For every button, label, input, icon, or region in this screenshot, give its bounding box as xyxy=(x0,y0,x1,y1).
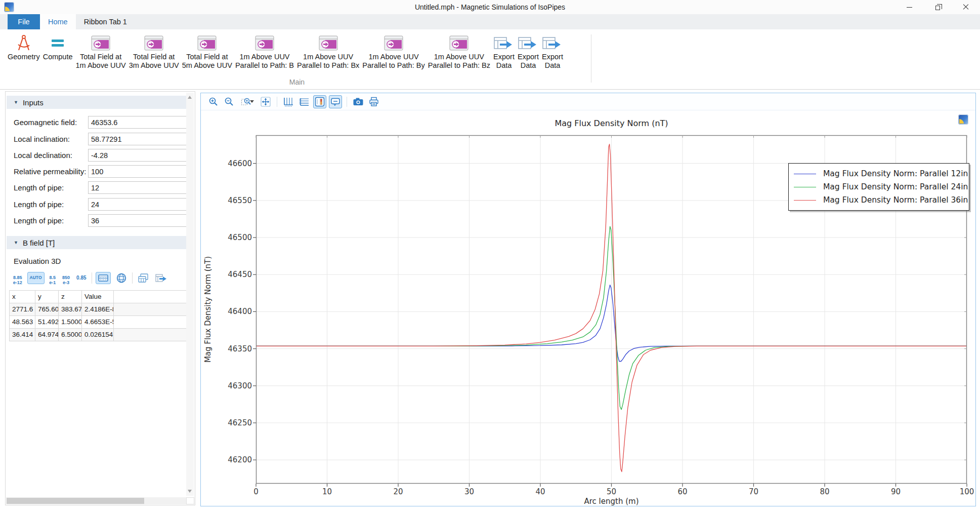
field-label: Geomagnetic field: xyxy=(14,118,77,127)
legend-line-sample xyxy=(794,200,816,201)
table-view-button[interactable] xyxy=(96,272,111,284)
column-header-z: z xyxy=(59,291,82,303)
ribbon-tabstrip: File Home Ribbon Tab 1 xyxy=(0,14,980,29)
zoom-out-icon xyxy=(224,97,234,107)
total-field-5m-button[interactable]: Total Field at5m Above UUV xyxy=(181,31,234,71)
pipe-length-24-input[interactable] xyxy=(88,198,187,211)
y-tick-label: 46500 xyxy=(228,233,252,242)
total-field-1m-button[interactable]: Total Field at1m Above UUV xyxy=(74,31,127,71)
export-table-icon xyxy=(542,33,563,53)
plot-window-icon xyxy=(144,33,163,53)
field-row: Relative permeability: xyxy=(6,165,188,178)
geometry-compass-icon xyxy=(15,33,32,53)
bfield-toolbar: 8.85e-12 AUTO 8.5e-1 850e-3 0.85 xyxy=(12,271,169,285)
field-row: Local inclination: xyxy=(6,133,188,146)
copy-table-button[interactable] xyxy=(136,272,150,284)
ribbon-button-label: Compute xyxy=(43,53,73,61)
collapse-caret-icon: ▼ xyxy=(14,240,18,245)
table-row[interactable]: 36.414 64.974 6.5000 0.026154 xyxy=(10,329,187,341)
parallel-path-bx-button[interactable]: 1m Above UUVParallel to Path: Bx xyxy=(295,31,361,71)
bfield-section-title: B field [T] xyxy=(23,239,55,247)
total-field-3m-button[interactable]: Total Field at3m Above UUV xyxy=(127,31,181,71)
ribbon-button-label: Geometry xyxy=(8,53,40,61)
app-logo-icon xyxy=(4,2,14,12)
dropdown-caret-icon xyxy=(250,100,254,103)
table-icon xyxy=(98,274,108,282)
results-table: x y z Value 2771.6 765.60 383.67 2.4186E… xyxy=(9,290,187,341)
scroll-down-icon[interactable] xyxy=(188,490,192,493)
zoom-in-button[interactable] xyxy=(207,95,220,108)
pipe-length-12-input[interactable] xyxy=(88,181,187,194)
titlebar: Untitled.mph - Magnetic Simulations of I… xyxy=(0,0,980,14)
comsol-logo-icon xyxy=(958,114,968,125)
compute-button[interactable]: Compute xyxy=(41,31,74,62)
y-tick-label: 46550 xyxy=(228,196,252,205)
close-button[interactable] xyxy=(952,0,980,14)
chart-title: Mag Flux Density Norm (nT) xyxy=(256,119,967,128)
geometry-button[interactable]: Geometry xyxy=(6,31,41,62)
unit-auto-button[interactable]: AUTO xyxy=(27,272,45,284)
zoom-out-button[interactable] xyxy=(223,95,236,108)
export-table-button[interactable] xyxy=(154,272,169,284)
zoom-box-button[interactable] xyxy=(238,95,257,108)
graphics-toolbar xyxy=(201,93,975,110)
table-row[interactable]: 48.563 51.492 1.5000 4.6653E-5 xyxy=(10,316,187,329)
parallel-path-b-button[interactable]: 1m Above UUVParallel to Path: B xyxy=(234,31,295,71)
x-tick-label: 90 xyxy=(891,487,901,496)
legend-line-sample xyxy=(794,187,816,187)
compute-equals-icon xyxy=(50,33,65,53)
tab-home[interactable]: Home xyxy=(40,14,76,29)
legend-item: Mag Flux Density Norm: Parallel 36in xyxy=(794,193,964,207)
unit-plain-button[interactable]: 0.85 xyxy=(75,274,88,282)
camera-icon xyxy=(353,97,364,106)
geomagnetic-field-input[interactable] xyxy=(88,116,187,129)
restore-icon xyxy=(935,6,940,10)
print-button[interactable] xyxy=(367,95,380,108)
horizontal-scrollbar[interactable] xyxy=(6,497,187,504)
export-data-button-2[interactable]: ExportData xyxy=(516,31,540,71)
pipe-length-36-input[interactable] xyxy=(88,214,187,227)
parallel-path-bz-button[interactable]: 1m Above UUVParallel to Path: Bz xyxy=(427,31,492,71)
relative-permeability-input[interactable] xyxy=(88,165,187,178)
x-axis-grid-button[interactable] xyxy=(282,95,295,108)
field-row: Length of pipe: xyxy=(6,214,188,227)
export-data-button-3[interactable]: ExportData xyxy=(540,31,565,71)
plot-window-icon xyxy=(384,33,403,53)
local-inclination-input[interactable] xyxy=(88,133,187,145)
legend-item: Mag Flux Density Norm: Parallel 12in xyxy=(794,167,964,180)
unit-milli-button[interactable]: 850e-3 xyxy=(61,274,71,282)
x-tick-label: 80 xyxy=(820,487,829,496)
unit-deci-button[interactable]: 8.5e-1 xyxy=(48,274,58,282)
sphere-view-button[interactable] xyxy=(114,271,129,285)
y-axis-grid-button[interactable] xyxy=(297,95,311,108)
vertical-scrollbar[interactable] xyxy=(186,93,194,496)
snapshot-button[interactable] xyxy=(352,95,365,108)
tooltip-bubble-icon xyxy=(330,97,340,107)
scrollbar-thumb[interactable] xyxy=(7,498,144,504)
plot-window-icon xyxy=(449,33,468,53)
tooltip-toggle-button[interactable] xyxy=(329,95,342,108)
export-data-button-1[interactable]: ExportData xyxy=(492,31,516,71)
scroll-up-icon[interactable] xyxy=(188,96,192,99)
inputs-section-header[interactable]: ▼ Inputs xyxy=(7,96,187,109)
restore-button[interactable] xyxy=(923,0,952,14)
tab-ribbon-tab-1[interactable]: Ribbon Tab 1 xyxy=(76,14,135,29)
x-grid-icon xyxy=(283,97,294,107)
ribbon: Geometry Compute Total Field at1m Above … xyxy=(0,29,980,90)
tab-file[interactable]: File xyxy=(8,14,40,29)
x-tick-label: 100 xyxy=(960,487,974,496)
y-tick-label: 46400 xyxy=(228,307,252,316)
bfield-section-header[interactable]: ▼ B field [T] xyxy=(7,236,187,249)
local-declination-input[interactable] xyxy=(88,149,187,162)
y-tick-label: 46450 xyxy=(228,270,252,279)
minimize-button[interactable] xyxy=(895,0,923,14)
table-row[interactable]: 2771.6 765.60 383.67 2.4186E-8 xyxy=(10,303,187,316)
parallel-path-by-button[interactable]: 1m Above UUVParallel to Path: By xyxy=(361,31,426,71)
unit-si-button[interactable]: 8.85e-12 xyxy=(12,274,24,282)
chart-legend[interactable]: Mag Flux Density Norm: Parallel 12in Mag… xyxy=(788,163,969,211)
zoom-extents-button[interactable] xyxy=(259,95,272,108)
legend-label: Mag Flux Density Norm: Parallel 12in xyxy=(823,169,968,178)
scrollbar-corner xyxy=(186,497,194,504)
legend-toggle-button[interactable] xyxy=(313,95,326,108)
ribbon-group-main: Geometry Compute Total Field at1m Above … xyxy=(6,31,565,71)
